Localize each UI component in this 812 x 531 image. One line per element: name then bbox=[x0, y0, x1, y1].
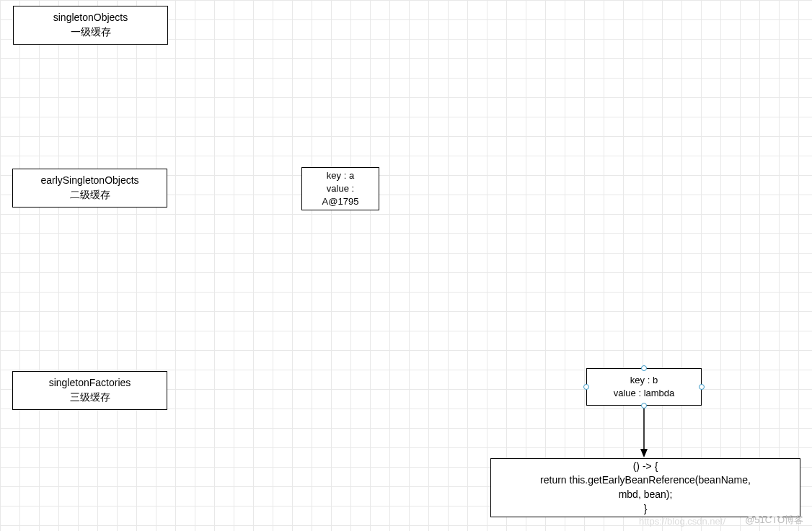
node-subtitle: 二级缓存 bbox=[70, 188, 110, 202]
cache-level-3-node[interactable]: singletonFactories 三级缓存 bbox=[12, 371, 167, 410]
node-title: singletonObjects bbox=[53, 11, 128, 25]
entry-a-node[interactable]: key : a value : A@1795 bbox=[301, 167, 379, 210]
entry-key: key : a bbox=[327, 169, 354, 182]
entry-b-node[interactable]: key : b value : lambda bbox=[586, 368, 702, 406]
entry-value-label: value : bbox=[327, 182, 354, 195]
resize-handle-left[interactable] bbox=[583, 384, 589, 390]
node-title: earlySingletonObjects bbox=[40, 174, 138, 188]
resize-handle-bottom[interactable] bbox=[641, 403, 647, 409]
cache-level-1-node[interactable]: singletonObjects 一级缓存 bbox=[13, 6, 168, 45]
entry-value: A@1795 bbox=[322, 195, 359, 208]
svg-marker-1 bbox=[640, 449, 648, 458]
cache-level-2-node[interactable]: earlySingletonObjects 二级缓存 bbox=[12, 169, 167, 208]
code-line: return this.getEarlyBeanReference(beanNa… bbox=[540, 473, 751, 488]
grid-background bbox=[0, 0, 812, 531]
code-line: () -> { bbox=[633, 460, 658, 474]
node-title: singletonFactories bbox=[49, 376, 131, 391]
resize-handle-right[interactable] bbox=[699, 384, 705, 390]
watermark-secondary: https://blog.csdn.net/ bbox=[639, 516, 725, 527]
code-line: mbd, bean); bbox=[619, 488, 673, 502]
node-subtitle: 三级缓存 bbox=[70, 391, 110, 405]
watermark-primary: @51CTO博客 bbox=[745, 514, 803, 527]
entry-key: key : b bbox=[630, 374, 658, 387]
lambda-body-node[interactable]: () -> { return this.getEarlyBeanReferenc… bbox=[490, 458, 800, 517]
resize-handle-top[interactable] bbox=[641, 365, 647, 371]
code-line: } bbox=[644, 502, 648, 517]
entry-value: value : lambda bbox=[614, 387, 675, 400]
arrow-entryb-to-lambda bbox=[640, 406, 648, 460]
node-subtitle: 一级缓存 bbox=[71, 25, 111, 40]
